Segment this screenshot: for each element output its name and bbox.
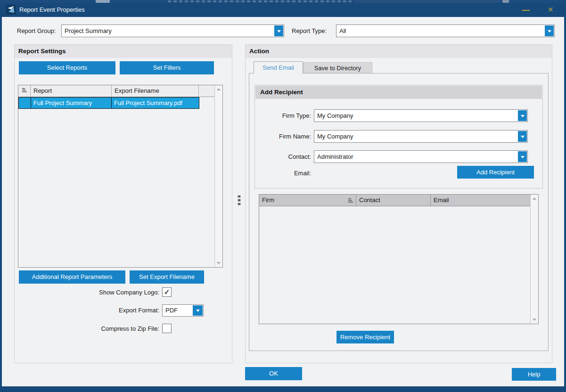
contact-combo[interactable]: Administrator [314,150,528,163]
chevron-down-icon[interactable] [193,305,203,316]
firm-type-label: Firm Type: [258,112,311,119]
contact-label: Contact: [258,153,311,160]
ok-button[interactable]: OK [245,367,302,380]
column-header-export-filename[interactable]: Export Filename [112,85,199,97]
report-event-properties-dialog: Report Event Properties × Report Group: … [0,0,566,392]
window-title: Report Event Properties [19,3,85,17]
column-header-report[interactable]: Report [31,85,112,97]
scroll-up-icon[interactable] [217,88,221,90]
add-recipient-title: Add Recipient [255,86,542,99]
compress-to-zip-checkbox[interactable] [162,324,172,333]
report-group-value: Project Summary [65,25,272,37]
checkmark-icon: ✓ [164,288,170,296]
action-title: Action [246,45,552,58]
column-header-contact[interactable]: Contact [356,195,431,206]
chevron-down-icon[interactable] [518,131,527,142]
firm-type-value: My Company [317,110,516,122]
show-company-logo-label: Show Company Logo: [47,289,159,296]
report-settings-title: Report Settings [15,45,232,58]
scroll-down-icon[interactable] [533,318,536,321]
report-type-label: Report Type: [292,27,327,34]
firm-name-label: Firm Name: [258,133,311,140]
cell-export-filename[interactable]: Full Project Summary.pdf [111,97,199,109]
remove-recipient-button[interactable]: Remove Recipient [336,331,394,343]
chevron-down-icon[interactable] [274,25,283,36]
report-type-combo[interactable]: All [336,24,555,37]
row-selector-cell[interactable] [18,97,31,109]
sort-icon [22,88,27,93]
set-filters-button[interactable]: Set Filters [120,61,214,74]
reports-table[interactable]: Report Export Filename Full Project Summ… [18,85,223,268]
report-type-value: All [339,25,543,37]
select-reports-button[interactable]: Select Reports [19,61,115,74]
export-format-combo[interactable]: PDF [162,304,204,317]
scroll-down-icon[interactable] [217,262,221,264]
add-recipient-button[interactable]: Add Recipient [457,166,534,179]
recipients-table-header[interactable]: Firm Contact Email [259,195,530,206]
close-icon: × [548,4,553,15]
minimize-icon [522,10,530,11]
additional-report-parameters-button[interactable]: Additional Report Parameters [19,270,125,284]
recipients-table-scrollbar[interactable] [530,195,538,324]
column-header-email[interactable]: Email [431,195,531,206]
report-group-combo[interactable]: Project Summary [61,24,284,37]
close-button[interactable]: × [540,3,561,17]
scroll-up-icon[interactable] [533,197,536,200]
firm-type-combo[interactable]: My Company [314,109,528,122]
help-button[interactable]: Help [512,368,556,381]
compress-to-zip-label: Compress to Zip File: [47,325,159,332]
reports-table-header[interactable]: Report Export Filename [18,85,214,97]
app-icon [6,5,16,15]
contact-value: Administrator [317,151,516,163]
tab-send-email[interactable]: Send Email [254,61,303,74]
chevron-down-icon[interactable] [518,110,527,121]
sort-column-header[interactable] [18,85,31,97]
cell-report[interactable]: Full Project Summary [31,97,112,109]
sort-icon [348,198,353,203]
header-filler [199,85,215,97]
chevron-down-icon[interactable] [545,25,554,36]
email-label: Email: [258,170,311,177]
firm-name-value: My Company [317,131,516,142]
column-header-firm[interactable]: Firm [259,195,356,206]
tab-save-to-directory[interactable]: Save to Directory [303,62,372,74]
firm-name-combo[interactable]: My Company [314,130,528,143]
reports-table-scrollbar[interactable] [214,85,222,267]
chevron-down-icon[interactable] [518,151,527,162]
show-company-logo-checkbox[interactable]: ✓ [162,287,172,297]
minimize-button[interactable] [516,3,536,17]
set-export-filename-button[interactable]: Set Export Filename [130,270,204,284]
report-group-label: Report Group: [17,27,56,34]
export-format-value: PDF [165,305,192,316]
title-bar[interactable]: Report Event Properties × [0,3,566,17]
recipients-table[interactable]: Firm Contact Email [259,194,539,324]
export-format-label: Export Format: [47,307,159,314]
